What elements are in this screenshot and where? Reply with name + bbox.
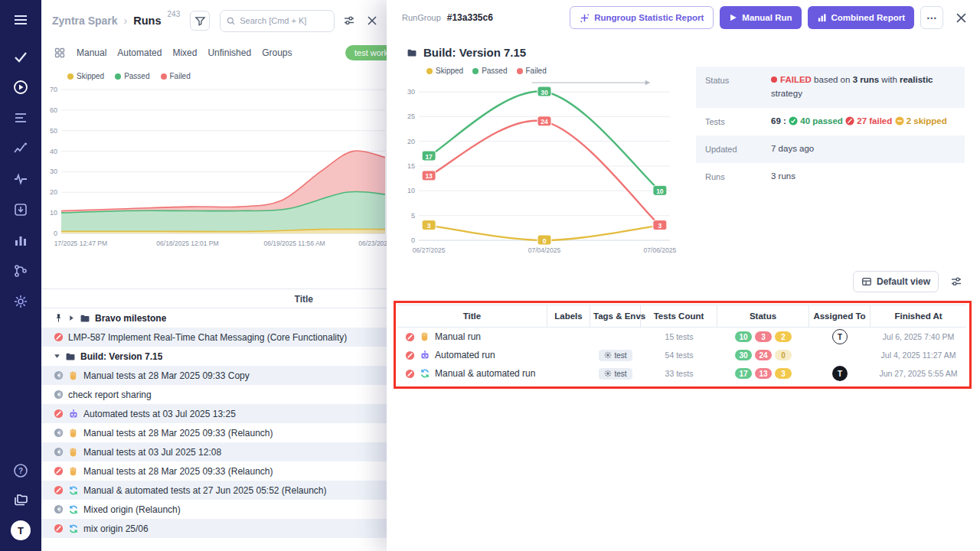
list-item[interactable]: Bravo milestone	[41, 308, 387, 328]
list-item[interactable]: Manual tests at 28 Mar 2025 09:33 Copy	[41, 366, 387, 385]
legend-item-failed[interactable]: Failed	[161, 72, 191, 80]
run-title: Automated tests at 03 Jul 2025 13:25	[83, 409, 236, 419]
combined-report-button[interactable]: Combined Report	[808, 6, 914, 29]
folder-icon	[65, 351, 76, 362]
breadcrumb-section[interactable]: Runs	[133, 15, 161, 27]
column-header-tags-envs[interactable]: Tags & Envs	[590, 305, 641, 327]
assignee-avatar[interactable]: T	[832, 366, 848, 381]
status-strategy-bold: realistic	[900, 75, 933, 84]
workspace-pill[interactable]: test work	[345, 45, 387, 60]
list-item[interactable]: LMP-587 Implement Real-Time Chat Messagi…	[41, 328, 387, 347]
view-controls: Default view	[387, 262, 980, 300]
list-item[interactable]: Mixed origin (Relaunch)	[41, 500, 387, 519]
column-header-labels[interactable]: Labels	[547, 305, 590, 327]
unfinished-status-icon	[54, 390, 64, 399]
left-panel-close-button[interactable]	[364, 12, 381, 29]
svg-text:30: 30	[407, 88, 415, 96]
group-view-icon[interactable]	[54, 44, 66, 61]
runs-label: Runs	[705, 170, 771, 184]
svg-text:06/23/2025 5:52 P: 06/23/2025 5:52 P	[358, 240, 387, 247]
rungroup-statistic-report-button[interactable]: Rungroup Statistic Report	[570, 6, 714, 29]
import-icon[interactable]	[12, 201, 29, 218]
caret-right-icon	[68, 315, 75, 321]
legend-item-skipped[interactable]: Skipped	[426, 67, 463, 75]
title-column-header[interactable]: Title	[295, 294, 313, 305]
finished-at-cell: Jul 6, 2025 7:40 PM	[871, 332, 966, 341]
rungroup-detail-panel: RunGroup #13a335c6 Rungroup Statistic Re…	[387, 0, 980, 551]
legend-dot-icon	[517, 68, 523, 74]
queue-icon[interactable]	[12, 109, 29, 126]
tag-pill[interactable]: test	[599, 350, 632, 361]
list-item[interactable]: check report sharing	[41, 385, 387, 404]
more-actions-button[interactable]: ⋯	[920, 6, 943, 29]
column-header-assigned-to[interactable]: Assigned To	[809, 305, 871, 327]
tab-automated[interactable]: Automated	[117, 47, 162, 58]
column-header-finished-at[interactable]: Finished At	[871, 305, 966, 327]
legend-item-skipped[interactable]: Skipped	[67, 72, 104, 80]
legend-item-failed[interactable]: Failed	[517, 67, 547, 75]
run-row[interactable]: Automated runtest54 tests30240Jul 4, 202…	[397, 346, 966, 364]
column-header-title[interactable]: Title	[397, 305, 547, 327]
breadcrumb-app[interactable]: Zyntra Spark	[52, 15, 118, 27]
tab-manual[interactable]: Manual	[77, 47, 106, 58]
column-header-tests-count[interactable]: Tests Count	[641, 305, 717, 327]
trend-icon[interactable]	[12, 140, 29, 157]
run-row[interactable]: Manual & automated runtest33 tests17133T…	[397, 364, 966, 383]
run-title: Bravo milestone	[95, 313, 166, 324]
legend-item-passed[interactable]: Passed	[472, 67, 507, 75]
legend-item-passed[interactable]: Passed	[115, 72, 149, 80]
menu-icon[interactable]	[12, 11, 29, 28]
runs-icon[interactable]	[12, 79, 29, 96]
rungroup-chart-legend: SkippedPassedFailed	[393, 60, 685, 75]
rungroup-statistic-report-label: Rungroup Statistic Report	[594, 13, 704, 22]
assignee-avatar[interactable]: T	[832, 329, 848, 344]
failed-status-icon	[54, 332, 64, 342]
tab-unfinished[interactable]: Unfinished	[207, 47, 251, 58]
svg-text:20: 20	[50, 188, 57, 196]
status-cell: 30240	[717, 350, 809, 360]
list-item[interactable]: Build: Version 7.15	[41, 347, 387, 366]
run-title: Manual tests at 28 Mar 2025 09:33 (Relau…	[83, 428, 273, 439]
svg-text:60: 60	[50, 106, 57, 114]
column-header-status[interactable]: Status	[717, 305, 809, 327]
reports-icon[interactable]	[12, 232, 29, 249]
user-avatar[interactable]: T	[11, 520, 31, 540]
projects-icon[interactable]	[12, 491, 29, 508]
pulse-icon[interactable]	[12, 171, 29, 187]
tab-groups[interactable]: Groups	[262, 47, 292, 58]
tests-label: Tests	[705, 115, 771, 129]
check-icon[interactable]	[12, 48, 29, 65]
tag-pill[interactable]: test	[599, 368, 632, 380]
filter-button[interactable]	[190, 11, 210, 31]
branches-icon[interactable]	[12, 262, 29, 279]
search-input[interactable]	[240, 16, 328, 25]
default-view-button[interactable]: Default view	[853, 271, 939, 292]
list-item[interactable]: Manual & automated tests at 27 Jun 2025 …	[41, 481, 387, 500]
settings-icon[interactable]	[12, 293, 29, 310]
svg-text:07/04/2025: 07/04/2025	[528, 246, 561, 254]
list-item[interactable]: Automated tests at 03 Jul 2025 13:25	[41, 404, 387, 423]
manual-run-button[interactable]: Manual Run	[720, 6, 801, 29]
magic-plus-icon	[580, 13, 590, 23]
display-settings-button[interactable]	[341, 12, 358, 29]
table-settings-button[interactable]	[948, 273, 965, 290]
list-item[interactable]: mix origin 25/06	[41, 519, 387, 538]
mixed-run-icon	[68, 485, 79, 496]
manual-run-icon	[68, 370, 79, 381]
close-icon	[368, 16, 377, 25]
mixed-run-icon	[68, 504, 79, 515]
list-item[interactable]: Manual tests at 03 Jul 2025 12:08	[41, 442, 387, 461]
detail-close-button[interactable]	[952, 9, 969, 26]
passed-pill: 10	[735, 331, 752, 342]
tab-mixed[interactable]: Mixed	[172, 47, 197, 58]
help-icon[interactable]: ?	[12, 462, 29, 479]
svg-text:10: 10	[50, 209, 57, 217]
svg-text:3: 3	[658, 222, 662, 230]
legend-dot-icon	[426, 68, 433, 74]
svg-text:24: 24	[541, 118, 548, 126]
list-item[interactable]: Manual tests at 28 Mar 2025 09:33 (Relau…	[41, 461, 387, 481]
list-item[interactable]: Manual tests at 28 Mar 2025 09:33 (Relau…	[41, 423, 387, 442]
info-row-runs: Runs 3 runs	[696, 163, 965, 191]
unfinished-status-icon	[54, 428, 64, 438]
run-row[interactable]: Manual run15 tests1032TJul 6, 2025 7:40 …	[397, 328, 966, 346]
